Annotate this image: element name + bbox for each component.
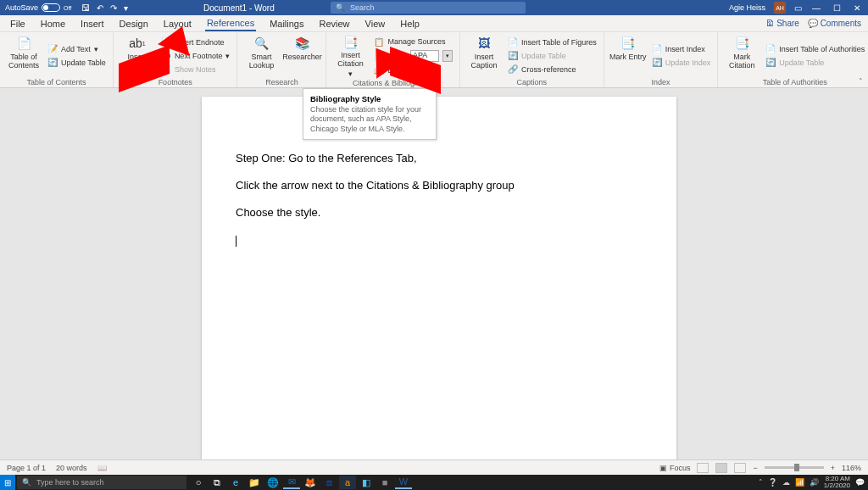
ribbon-tabs: File Home Insert Design Layout Reference… xyxy=(0,15,868,32)
tab-view[interactable]: View xyxy=(364,17,387,31)
chrome-icon[interactable]: 🌐 xyxy=(264,476,281,489)
document-page[interactable]: Step One: Go to the References Tab, Clic… xyxy=(202,97,676,459)
group-label: Table of Authorities xyxy=(723,77,866,86)
explorer-icon[interactable]: 📁 xyxy=(246,476,263,489)
zoom-level[interactable]: 116% xyxy=(842,464,861,472)
update-authorities-button[interactable]: 🔄Update Table xyxy=(764,57,866,69)
group-toc: 📄 Table of Contents 📝Add Text ▾ 🔄Update … xyxy=(0,32,114,87)
windows-search-box[interactable]: 🔍 Type here to search xyxy=(17,476,186,489)
undo-icon[interactable]: ↶ xyxy=(97,3,103,13)
close-button[interactable]: ✕ xyxy=(851,3,863,13)
dropbox-icon[interactable]: ⧈ xyxy=(320,476,337,489)
cortana-icon[interactable]: ○ xyxy=(190,476,207,489)
cross-ref-icon: 🔗 xyxy=(508,64,518,75)
toc-icon: 📄 xyxy=(16,36,31,51)
group-authorities: 📑Mark Citation 📄Insert Table of Authorit… xyxy=(718,32,868,87)
group-label: Index xyxy=(609,77,713,86)
style-dropdown-button[interactable]: ▾ xyxy=(442,50,453,62)
group-captions: 🖼Insert Caption 📄Insert Table of Figures… xyxy=(460,32,604,87)
mark-citation-button[interactable]: 📑Mark Citation xyxy=(723,34,760,77)
researcher-icon: 📚 xyxy=(294,36,309,51)
update-icon: 🔄 xyxy=(652,58,662,68)
maximize-button[interactable]: ☐ xyxy=(831,3,843,13)
tab-home[interactable]: Home xyxy=(39,17,67,31)
save-icon[interactable]: 🖫 xyxy=(81,3,90,13)
autosave-toggle[interactable]: AutoSave Off xyxy=(5,3,71,12)
show-notes-button[interactable]: 📄Show Notes xyxy=(159,64,232,75)
mark-entry-icon: 📑 xyxy=(620,36,636,51)
update-index-button[interactable]: 🔄Update Index xyxy=(650,57,713,69)
app-icon-2[interactable]: ■ xyxy=(376,476,393,489)
document-canvas[interactable]: Step One: Go to the References Tab, Clic… xyxy=(0,88,868,459)
zoom-slider[interactable] xyxy=(765,466,824,469)
smart-lookup-button[interactable]: 🔍Smart Lookup xyxy=(242,34,280,77)
group-index: 📑Mark Entry 📄Insert Index 🔄Update Index … xyxy=(604,32,719,87)
notification-icon[interactable]: ▭ xyxy=(794,3,802,13)
share-button[interactable]: 🖻 Share xyxy=(765,19,798,28)
tab-help[interactable]: Help xyxy=(398,17,421,31)
app-icon[interactable]: ◧ xyxy=(358,476,375,489)
user-name[interactable]: Agie Heiss xyxy=(729,3,765,12)
tab-insert[interactable]: Insert xyxy=(79,17,106,31)
insert-table-figures-button[interactable]: 📄Insert Table of Figures xyxy=(506,36,598,48)
firefox-icon[interactable]: 🦊 xyxy=(302,476,319,489)
document-body[interactable]: Step One: Go to the References Tab, Clic… xyxy=(236,151,643,260)
user-avatar[interactable]: AH xyxy=(774,2,786,14)
page-indicator[interactable]: Page 1 of 1 xyxy=(7,464,46,472)
tab-file[interactable]: File xyxy=(8,17,27,31)
minimize-button[interactable]: — xyxy=(810,3,822,13)
focus-mode-button[interactable]: ▣ Focus xyxy=(659,464,690,472)
spellcheck-icon[interactable]: 📖 xyxy=(97,464,107,472)
autosave-label: AutoSave xyxy=(5,3,38,12)
edge-icon[interactable]: e xyxy=(227,476,244,489)
start-button[interactable]: ⊞ xyxy=(0,475,15,490)
action-center-icon[interactable]: 💬 xyxy=(855,478,865,487)
wifi-icon[interactable]: 📶 xyxy=(795,478,804,487)
redo-icon[interactable]: ↷ xyxy=(110,3,117,13)
insert-authorities-button[interactable]: 📄Insert Table of Authorities xyxy=(764,43,866,55)
qat-more-icon[interactable]: ▾ xyxy=(124,3,128,13)
tooltip-bibliography-style: Bibliography Style Choose the citation s… xyxy=(303,88,437,140)
word-count[interactable]: 20 words xyxy=(56,464,87,472)
group-label: Table of Contents xyxy=(5,77,108,86)
tray-chevron-icon[interactable]: ˄ xyxy=(759,478,763,487)
print-layout-button[interactable] xyxy=(715,463,727,473)
ribbon-collapse-button[interactable]: ˄ xyxy=(859,77,863,86)
help-icon[interactable]: ❔ xyxy=(768,478,777,487)
add-text-button[interactable]: 📝Add Text ▾ xyxy=(46,43,108,55)
search-placeholder: Search xyxy=(350,3,375,12)
status-bar: Page 1 of 1 20 words 📖 ▣ Focus − + 116% xyxy=(0,459,868,475)
tab-mailings[interactable]: Mailings xyxy=(268,17,305,31)
caption-icon: 🖼 xyxy=(476,36,492,51)
mark-entry-button[interactable]: 📑Mark Entry xyxy=(609,34,647,77)
zoom-out-button[interactable]: − xyxy=(753,464,757,472)
cross-reference-button[interactable]: 🔗Cross-reference xyxy=(506,64,598,75)
tab-review[interactable]: Review xyxy=(318,17,352,31)
comments-button[interactable]: 💬 Comments xyxy=(808,19,861,28)
doc-line-2: Click the arrow next to the Citations & … xyxy=(236,178,643,193)
web-layout-button[interactable] xyxy=(734,463,746,473)
next-footnote-button[interactable]: abNext Footnote ▾ xyxy=(159,50,232,62)
onedrive-icon[interactable]: ☁ xyxy=(782,478,790,487)
clock[interactable]: 8:20 AM 1/2/2020 xyxy=(824,476,850,489)
insert-index-button[interactable]: 📄Insert Index xyxy=(650,43,713,55)
read-mode-button[interactable] xyxy=(697,463,709,473)
doc-line-1: Step One: Go to the References Tab, xyxy=(236,151,643,166)
volume-icon[interactable]: 🔊 xyxy=(810,478,819,487)
insert-index-icon: 📄 xyxy=(652,44,662,54)
tab-references[interactable]: References xyxy=(205,16,256,31)
amazon-icon[interactable]: a xyxy=(339,476,356,489)
researcher-button[interactable]: 📚Researcher xyxy=(283,34,320,77)
zoom-in-button[interactable]: + xyxy=(831,464,835,472)
search-box[interactable]: 🔍 Search xyxy=(331,2,526,14)
word-icon[interactable]: W xyxy=(395,476,412,489)
update-table-button[interactable]: 🔄Update Table xyxy=(46,57,108,69)
update-captions-button[interactable]: 🔄Update Table xyxy=(506,50,598,62)
toc-button[interactable]: 📄 Table of Contents xyxy=(5,34,42,77)
smart-lookup-icon: 🔍 xyxy=(253,36,269,51)
tab-design[interactable]: Design xyxy=(118,17,150,31)
task-view-icon[interactable]: ⧉ xyxy=(209,476,225,489)
insert-caption-button[interactable]: 🖼Insert Caption xyxy=(465,34,503,77)
windows-taskbar: ⊞ 🔍 Type here to search ○ ⧉ e 📁 🌐 ✉ 🦊 ⧈ … xyxy=(0,475,868,490)
outlook-icon[interactable]: ✉ xyxy=(283,476,300,489)
